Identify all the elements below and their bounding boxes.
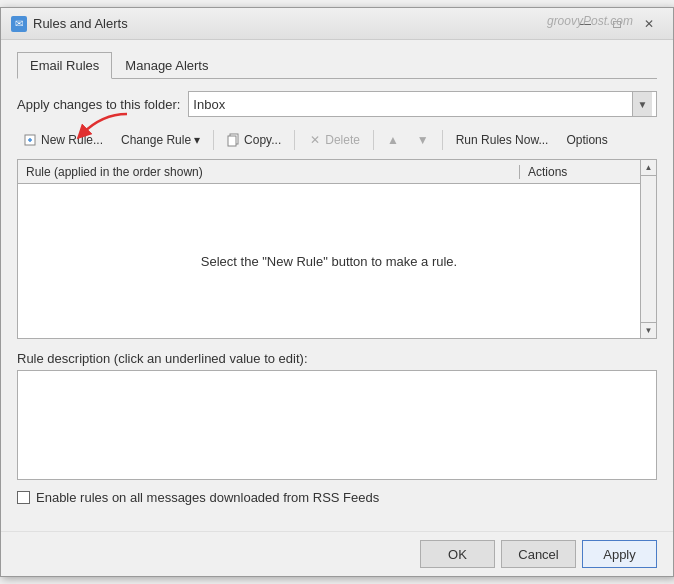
copy-button[interactable]: Copy... (220, 127, 288, 153)
rule-description-label: Rule description (click an underlined va… (17, 351, 657, 366)
dialog-title: Rules and Alerts (33, 16, 128, 31)
options-button[interactable]: Options (559, 127, 614, 153)
folder-row: Apply changes to this folder: Inbox ▼ (17, 91, 657, 117)
scrollbar-up-button[interactable]: ▲ (641, 160, 657, 176)
toolbar-separator-3 (373, 130, 374, 150)
rss-feeds-label: Enable rules on all messages downloaded … (36, 490, 379, 505)
rule-description-box (17, 370, 657, 480)
watermark: groovyPost.com (547, 14, 633, 28)
move-down-button[interactable]: ▼ (410, 127, 436, 153)
tab-email-rules[interactable]: Email Rules (17, 52, 112, 79)
toolbar-container: New Rule... Change Rule ▾ (17, 127, 657, 153)
folder-value: Inbox (193, 97, 632, 112)
delete-icon: ✕ (308, 133, 322, 147)
toolbar-separator-1 (213, 130, 214, 150)
toolbar: New Rule... Change Rule ▾ (17, 127, 657, 153)
col-rule-header: Rule (applied in the order shown) (18, 165, 520, 179)
rules-table-body: Select the "New Rule" button to make a r… (18, 184, 640, 338)
dialog-icon: ✉ (11, 16, 27, 32)
apply-button[interactable]: Apply (582, 540, 657, 568)
rules-and-alerts-dialog: ✉ Rules and Alerts — □ ✕ groovyPost.com … (0, 7, 674, 577)
new-rule-button[interactable]: New Rule... (17, 127, 110, 153)
rss-feeds-checkbox-row: Enable rules on all messages downloaded … (17, 490, 657, 505)
col-actions-header: Actions (520, 165, 640, 179)
run-rules-now-button[interactable]: Run Rules Now... (449, 127, 556, 153)
copy-icon (227, 133, 241, 147)
change-rule-dropdown-icon: ▾ (194, 133, 200, 147)
change-rule-button[interactable]: Change Rule ▾ (114, 127, 207, 153)
rules-empty-message: Select the "New Rule" button to make a r… (201, 254, 457, 269)
bottom-buttons: OK Cancel Apply (1, 531, 673, 576)
toolbar-separator-4 (442, 130, 443, 150)
delete-button[interactable]: ✕ Delete (301, 127, 367, 153)
rss-feeds-checkbox[interactable] (17, 491, 30, 504)
dialog-content: Email Rules Manage Alerts Apply changes … (1, 40, 673, 531)
scrollbar-down-button[interactable]: ▼ (641, 322, 657, 338)
toolbar-separator-2 (294, 130, 295, 150)
tab-manage-alerts[interactable]: Manage Alerts (112, 52, 221, 79)
svg-rect-4 (228, 136, 236, 146)
tab-bar: Email Rules Manage Alerts (17, 52, 657, 79)
rules-table-header: Rule (applied in the order shown) Action… (18, 160, 640, 184)
cancel-button[interactable]: Cancel (501, 540, 576, 568)
rules-scrollbar: ▲ ▼ (640, 160, 656, 338)
ok-button[interactable]: OK (420, 540, 495, 568)
folder-label: Apply changes to this folder: (17, 97, 180, 112)
new-rule-icon (24, 133, 38, 147)
rules-table-container: Rule (applied in the order shown) Action… (17, 159, 657, 339)
rules-table: Rule (applied in the order shown) Action… (18, 160, 640, 338)
move-up-button[interactable]: ▲ (380, 127, 406, 153)
close-button[interactable]: ✕ (635, 14, 663, 34)
folder-dropdown-arrow[interactable]: ▼ (632, 92, 652, 116)
folder-dropdown[interactable]: Inbox ▼ (188, 91, 657, 117)
